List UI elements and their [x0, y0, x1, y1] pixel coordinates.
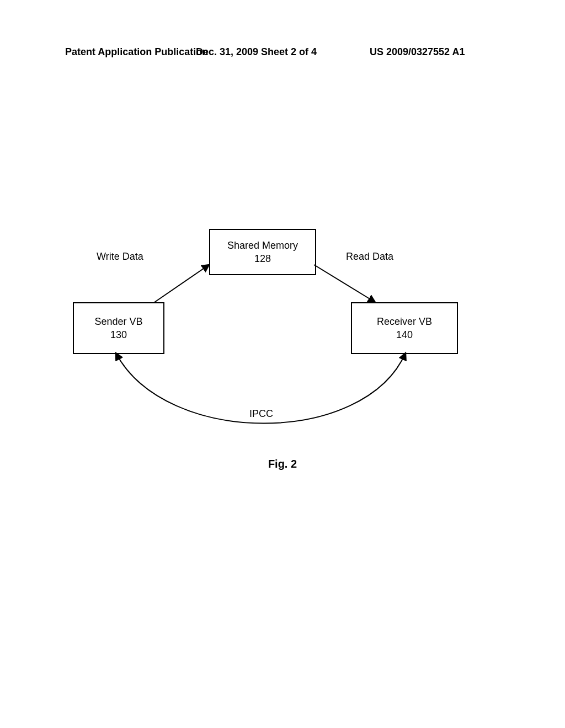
header-left: Patent Application Publication — [65, 46, 208, 58]
arrow-shared-to-receiver — [314, 265, 375, 302]
header-mid: Dec. 31, 2009 Sheet 2 of 4 — [196, 46, 317, 58]
label-read-data: Read Data — [346, 251, 393, 263]
box-shared-memory: Shared Memory 128 — [209, 229, 316, 275]
figure-caption: Fig. 2 — [0, 458, 565, 470]
arrow-sender-to-shared — [154, 265, 209, 302]
sender-vb-title: Sender VB — [74, 315, 163, 328]
header-right: US 2009/0327552 A1 — [370, 46, 465, 58]
sender-vb-number: 130 — [74, 328, 163, 341]
receiver-vb-title: Receiver VB — [352, 315, 457, 328]
shared-memory-title: Shared Memory — [210, 239, 315, 252]
shared-memory-number: 128 — [210, 252, 315, 265]
diagram-connectors — [0, 0, 565, 728]
box-sender-vb: Sender VB 130 — [73, 302, 164, 354]
receiver-vb-number: 140 — [352, 328, 457, 341]
page: Patent Application Publication Dec. 31, … — [0, 0, 565, 728]
label-ipcc: IPCC — [249, 408, 273, 420]
box-receiver-vb: Receiver VB 140 — [351, 302, 458, 354]
label-write-data: Write Data — [97, 251, 143, 263]
